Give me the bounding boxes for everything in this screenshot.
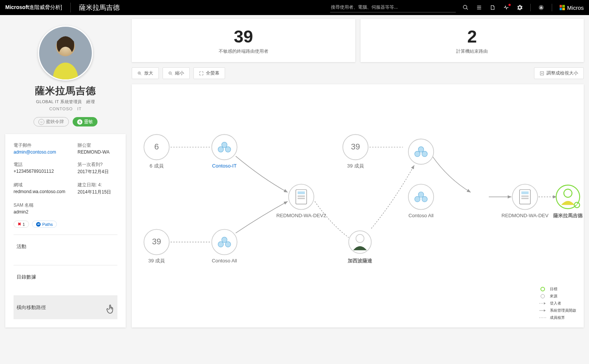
reports-icon[interactable] bbox=[490, 5, 496, 11]
nav-directory[interactable]: 目錄數據 bbox=[14, 265, 117, 289]
nav-lateral-movement-paths[interactable]: 橫向移動路徑 bbox=[14, 296, 117, 319]
health-icon[interactable] bbox=[503, 5, 509, 11]
kpi-nonsensitive-endpoints: 39 不敏感的終端路由使用者 bbox=[132, 19, 355, 62]
sam-label: SAM 名稱 bbox=[14, 202, 74, 209]
lateral-movement-graph[interactable]: 66 成員 3939 成員 Contoso-IT Contoso All RED… bbox=[132, 84, 584, 327]
fit-button[interactable]: 調整成檢視大小 bbox=[534, 67, 584, 79]
svg-point-39 bbox=[564, 189, 572, 198]
svg-text:39: 39 bbox=[351, 142, 360, 151]
sensitive-badge[interactable]: S靈敏 bbox=[73, 117, 97, 126]
svg-text:REDMOND-WA-DEV: REDMOND-WA-DEV bbox=[501, 213, 548, 218]
gear-icon[interactable] bbox=[517, 5, 523, 11]
alerts-chip[interactable]: ✖1 bbox=[14, 221, 29, 228]
domain-label: 網域 bbox=[14, 182, 74, 188]
firstseen-label: 第一次看到? bbox=[78, 161, 117, 168]
svg-text:Contoso All: Contoso All bbox=[408, 213, 434, 218]
node-redmond-wa-dev2[interactable]: REDMOND-WA-DEV2 bbox=[276, 184, 326, 218]
office-value: REDMOND-WA bbox=[78, 149, 117, 155]
svg-text:39 成員: 39 成員 bbox=[347, 163, 364, 169]
phone-label: 電話 bbox=[14, 161, 74, 168]
node-contoso-all-2[interactable]: Contoso All bbox=[408, 139, 434, 218]
svg-point-29 bbox=[356, 235, 364, 243]
fullscreen-button[interactable]: 全螢幕 bbox=[193, 67, 225, 79]
node-user-source[interactable]: 加西波薩達 bbox=[347, 231, 373, 263]
svg-point-46 bbox=[541, 287, 545, 291]
paths-chip[interactable]: ⇄Paths bbox=[32, 221, 57, 228]
timeline-icon[interactable] bbox=[476, 5, 482, 11]
svg-text:REDMOND-WA-DEV2: REDMOND-WA-DEV2 bbox=[276, 213, 326, 218]
node-contoso-all-1[interactable]: Contoso All bbox=[212, 229, 237, 263]
svg-text:S: S bbox=[576, 203, 578, 207]
search-input[interactable]: 搜尋使用者、電腦、伺服器等等... bbox=[330, 3, 456, 12]
created-value: 2014年11月15日 bbox=[78, 189, 117, 195]
sam-value: admin2 bbox=[14, 209, 74, 215]
account-brand[interactable]: Micros bbox=[560, 5, 584, 11]
zoom-in-button[interactable]: 放大 bbox=[132, 67, 159, 79]
svg-text:6 成員: 6 成員 bbox=[150, 163, 164, 169]
avatar bbox=[38, 26, 93, 81]
kpi-computer-end-routes: 2 計算機結束路由 bbox=[361, 19, 584, 62]
node-39-members-b[interactable]: 3939 成員 bbox=[343, 134, 368, 169]
svg-text:加西波薩達: 加西波薩達 bbox=[347, 258, 373, 263]
firstseen-value: 2017年12月4日 bbox=[78, 169, 117, 175]
user-name: 薩米拉馬吉德 bbox=[14, 84, 117, 97]
search-icon[interactable] bbox=[463, 5, 469, 11]
created-label: 建立日期: 4: bbox=[78, 182, 117, 188]
domain-value: redmond.wa.contoso.com bbox=[14, 189, 74, 194]
svg-text:薩米拉馬吉德: 薩米拉馬吉德 bbox=[553, 213, 583, 218]
user-org: CONTOSO IT bbox=[14, 106, 117, 112]
product-name: Microsoft進階威脅分析] bbox=[5, 4, 62, 11]
phone-value: +123456789101112 bbox=[14, 169, 74, 174]
email-value[interactable]: admin@contoso.com bbox=[14, 149, 56, 155]
notifications-icon[interactable] bbox=[538, 5, 544, 11]
user-role: GLOBAL IT 系統管理員 經理 bbox=[14, 99, 117, 105]
node-contoso-it[interactable]: Contoso-IT bbox=[212, 134, 237, 169]
node-39-members-a[interactable]: 3939 成員 bbox=[144, 229, 169, 263]
svg-text:39 成員: 39 成員 bbox=[148, 258, 165, 263]
svg-text:Contoso All: Contoso All bbox=[212, 258, 237, 263]
legend: 目標 來源 登入者 系統管理員開啟 成員核算 bbox=[539, 285, 576, 322]
node-target-user[interactable]: S薩米拉馬吉德 bbox=[553, 185, 583, 218]
svg-point-47 bbox=[541, 294, 545, 298]
email-label: 電子郵件 bbox=[14, 142, 74, 149]
svg-text:6: 6 bbox=[154, 142, 159, 151]
office-label: 辦公室 bbox=[78, 142, 117, 149]
honeytoken-badge[interactable]: ☺蜜鋏令牌 bbox=[33, 117, 69, 126]
page-title: 薩米拉馬吉德 bbox=[79, 3, 120, 12]
svg-text:Contoso-IT: Contoso-IT bbox=[212, 163, 237, 169]
zoom-out-button[interactable]: 縮小 bbox=[163, 67, 190, 79]
cursor-hand-icon bbox=[106, 304, 114, 316]
node-6-members[interactable]: 66 成員 bbox=[144, 134, 169, 169]
nav-activity[interactable]: 活動 bbox=[14, 235, 117, 258]
svg-text:39: 39 bbox=[152, 237, 161, 246]
node-redmond-wa-dev[interactable]: REDMOND-WA-DEV bbox=[501, 184, 548, 218]
